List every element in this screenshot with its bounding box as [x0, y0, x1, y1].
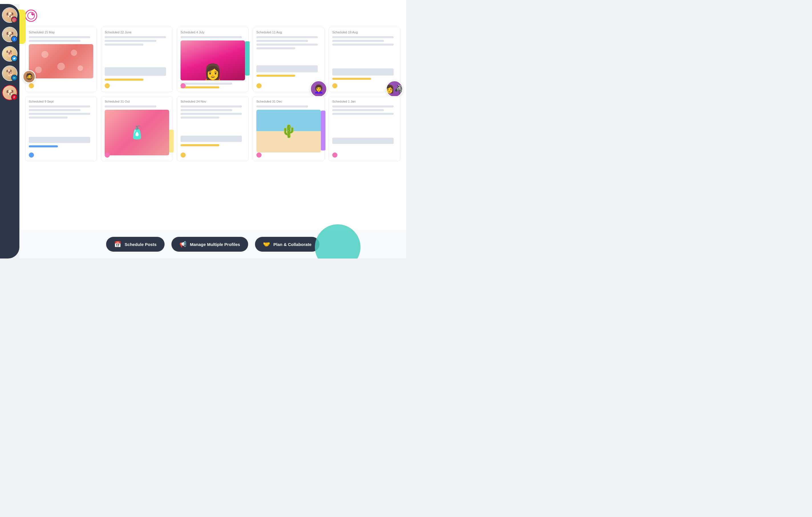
- card-date-jan: Scheduled 1 Jan: [332, 100, 397, 103]
- top-bar: [0, 0, 406, 4]
- text-line: [332, 36, 394, 38]
- status-bar-yellow: [332, 78, 371, 80]
- main-container: 🐶 🐶 f 🐕 🐕: [0, 4, 406, 258]
- text-line: [180, 113, 242, 115]
- purple-accent: [321, 111, 325, 151]
- text-line: [332, 113, 394, 115]
- card-image-woman: 🧑‍🦱: [180, 40, 245, 80]
- status-bar-blue: [29, 145, 58, 147]
- twitter-badge: [11, 55, 18, 62]
- text-line: [256, 40, 308, 42]
- user-avatar-card1: 🧔: [23, 70, 36, 83]
- svg-rect-0: [13, 19, 16, 21]
- text-line: [332, 138, 394, 144]
- text-line: [256, 47, 295, 49]
- sidebar-item-instagram[interactable]: 🐶: [2, 7, 18, 23]
- text-line: [256, 43, 318, 45]
- post-card-jan[interactable]: Scheduled 1 Jan: [328, 96, 401, 161]
- sidebar-item-facebook[interactable]: 🐶 f: [2, 27, 18, 42]
- card-date-june: Scheduled 22 June: [105, 30, 169, 34]
- pinterest-badge: P: [11, 94, 18, 100]
- sidebar-item-pinterest[interactable]: 🐶 P: [2, 85, 18, 100]
- status-bar-yellow: [180, 144, 219, 146]
- logo-icon: [25, 10, 37, 22]
- text-line: [256, 105, 308, 108]
- dot-yellow: [332, 83, 338, 88]
- dot-yellow: [29, 83, 34, 88]
- text-line: [29, 137, 90, 143]
- text-line: [332, 105, 394, 108]
- text-line: [105, 43, 143, 45]
- dot-pink: [105, 152, 110, 158]
- sidebar: 🐶 🐶 f 🐕 🐕: [0, 4, 20, 258]
- card-date-oct: Scheduled 31 Oct: [105, 100, 169, 103]
- content-area: Scheduled 15 May 🧔 Scheduled 22 June: [20, 4, 406, 258]
- text-line: [332, 40, 384, 42]
- teal-accent: [245, 41, 250, 75]
- text-line: [29, 105, 90, 108]
- text-line: [256, 65, 318, 72]
- post-card-nov[interactable]: Scheduled 24 Nov: [177, 96, 249, 161]
- sidebar-item-twitter[interactable]: 🐕: [2, 46, 18, 62]
- status-bar-yellow: [180, 86, 219, 88]
- text-line: [256, 36, 318, 38]
- plan-collaborate-icon: 🤝: [263, 241, 270, 248]
- text-line: [105, 105, 156, 108]
- text-line: [29, 117, 67, 119]
- linkedin-badge: in: [11, 75, 18, 81]
- svg-point-6: [32, 13, 34, 14]
- post-card-july[interactable]: Scheduled 4 July 🧑‍🦱: [177, 27, 249, 92]
- post-card-aug19[interactable]: Scheduled 19 Aug 👩‍🦓: [328, 27, 401, 92]
- manage-profiles-label: Manage Multiple Profiles: [190, 242, 240, 247]
- card-date-aug11: Scheduled 11 Aug: [256, 30, 321, 34]
- dot-pink: [332, 152, 338, 158]
- logo: [25, 10, 401, 22]
- text-line: [180, 83, 232, 85]
- svg-point-2: [15, 19, 15, 19]
- bottom-feature-bar: 📅 Schedule Posts 📢 Manage Multiple Profi…: [20, 230, 406, 258]
- card-image-cactus: [256, 110, 321, 152]
- facebook-badge: f: [11, 36, 18, 42]
- plan-collaborate-label: Plan & Collaborate: [273, 242, 312, 247]
- sidebar-item-linkedin[interactable]: 🐕 in: [2, 65, 18, 81]
- text-line: [180, 117, 219, 119]
- schedule-posts-pill[interactable]: 📅 Schedule Posts: [106, 237, 165, 252]
- schedule-posts-label: Schedule Posts: [125, 242, 156, 247]
- card-image-grapefruit: [29, 44, 93, 79]
- post-card-may[interactable]: Scheduled 15 May 🧔: [25, 27, 97, 92]
- dot-yellow: [105, 83, 110, 88]
- schedule-posts-icon: 📅: [114, 241, 121, 248]
- post-card-oct[interactable]: Scheduled 31 Oct: [101, 96, 173, 161]
- teal-circle-decoration: [315, 224, 360, 258]
- status-bar-yellow: [256, 75, 295, 77]
- card-date-may: Scheduled 15 May: [29, 30, 93, 34]
- post-card-dec[interactable]: Scheduled 31 Dec: [253, 96, 325, 161]
- instagram-badge: [11, 17, 18, 23]
- cards-grid: Scheduled 15 May 🧔 Scheduled 22 June: [25, 27, 401, 161]
- card-date-july: Scheduled 4 July: [180, 30, 245, 34]
- dot-pink: [256, 152, 262, 158]
- card-image-bottle: [105, 110, 169, 155]
- post-card-june[interactable]: Scheduled 22 June: [101, 27, 173, 92]
- text-line: [332, 43, 394, 45]
- plan-collaborate-pill[interactable]: 🤝 Plan & Collaborate: [255, 237, 319, 252]
- text-line: [29, 109, 81, 111]
- dot-pink: [180, 83, 186, 88]
- manage-profiles-icon: 📢: [179, 241, 186, 248]
- dot-yellow: [256, 83, 262, 88]
- text-line: [180, 105, 242, 108]
- text-line: [332, 68, 394, 75]
- dot-yellow: [180, 152, 186, 158]
- post-card-aug11[interactable]: Scheduled 11 Aug 👩‍🦱: [253, 27, 325, 92]
- card-date-aug19: Scheduled 19 Aug: [332, 30, 397, 34]
- manage-profiles-pill[interactable]: 📢 Manage Multiple Profiles: [171, 237, 248, 252]
- yellow-accent: [169, 130, 174, 152]
- text-line: [29, 36, 90, 38]
- post-card-sept[interactable]: Scheduled 9 Sept: [25, 96, 97, 161]
- text-line: [105, 67, 166, 76]
- text-line: [332, 109, 384, 111]
- woman-avatar-card4: 👩‍🦱: [310, 80, 327, 97]
- text-line: [180, 36, 242, 38]
- dot-blue: [29, 152, 34, 158]
- status-bar-yellow: [105, 79, 143, 81]
